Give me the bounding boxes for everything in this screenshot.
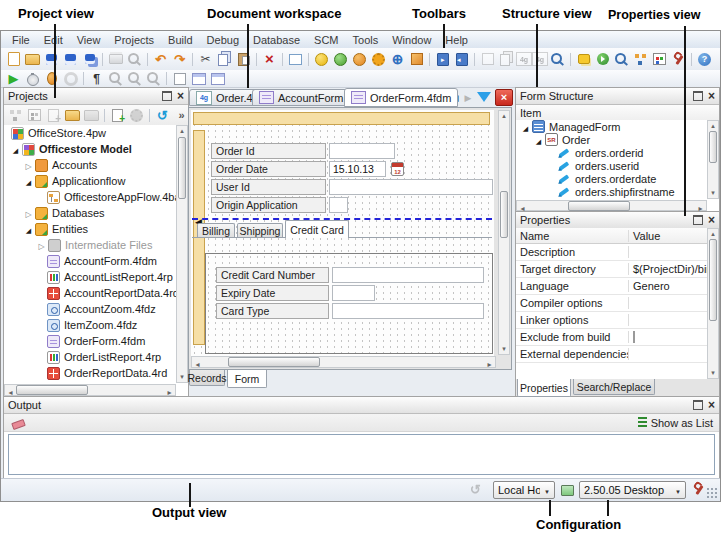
expander-icon[interactable] bbox=[23, 223, 34, 235]
menu-window[interactable]: Window bbox=[385, 32, 438, 48]
tree-item[interactable]: ManagedForm bbox=[516, 120, 707, 133]
find-usages-icon[interactable] bbox=[548, 51, 567, 67]
tree-item[interactable]: OrderForm.4fdm bbox=[4, 333, 176, 349]
build-all-icon[interactable] bbox=[350, 51, 369, 67]
tree-item[interactable]: AccountForm.4fdm bbox=[4, 253, 176, 269]
exclude-from-build-checkbox[interactable] bbox=[633, 331, 635, 343]
property-row[interactable]: Linker options bbox=[516, 312, 707, 329]
tree-item[interactable]: Intermediate Files bbox=[4, 237, 176, 253]
zoom-out-icon[interactable] bbox=[106, 71, 125, 87]
output-console[interactable] bbox=[8, 434, 715, 475]
card-type-input[interactable] bbox=[332, 303, 484, 319]
paste-icon[interactable] bbox=[234, 51, 253, 67]
tab-properties[interactable]: Properties bbox=[517, 379, 571, 397]
tree-item[interactable]: Order bbox=[516, 133, 707, 146]
save-all-icon[interactable] bbox=[80, 51, 99, 67]
back-icon[interactable] bbox=[478, 51, 497, 67]
print-preview-icon[interactable] bbox=[125, 51, 144, 67]
show-as-list-button[interactable]: Show as List bbox=[651, 417, 713, 429]
designer-vscrollbar[interactable] bbox=[498, 110, 510, 355]
page-tab-billing[interactable]: Billing bbox=[197, 223, 235, 238]
tree-item[interactable]: Databases bbox=[4, 205, 176, 221]
import-icon[interactable] bbox=[433, 51, 452, 67]
structure-vscrollbar[interactable] bbox=[707, 120, 719, 199]
tab-scroll-right-icon[interactable] bbox=[462, 90, 474, 106]
zoom-search-icon[interactable] bbox=[612, 51, 631, 67]
property-value[interactable]: $(ProjectDir)/bin bbox=[629, 263, 707, 275]
tree-item[interactable]: OrderListReport.4rp bbox=[4, 349, 176, 365]
menu-file[interactable]: File bbox=[5, 32, 37, 48]
document-icon[interactable] bbox=[25, 107, 44, 123]
expiry-date-input[interactable] bbox=[332, 285, 375, 301]
field-label[interactable]: Expiry Date bbox=[216, 285, 329, 301]
tree-item[interactable]: orders.orderdate bbox=[516, 172, 707, 185]
tab-records[interactable]: Records bbox=[189, 370, 225, 386]
zoom-in-icon[interactable] bbox=[144, 71, 163, 87]
form-header-band[interactable] bbox=[193, 112, 490, 125]
tree-item[interactable]: AccountReportData.4rd bbox=[4, 285, 176, 301]
page-tab-shipping[interactable]: Shipping bbox=[237, 223, 283, 238]
field-label[interactable]: Credit Card Number bbox=[216, 267, 329, 283]
open-folder-icon[interactable] bbox=[63, 107, 82, 123]
origin-application-input[interactable] bbox=[329, 197, 348, 213]
open-icon[interactable] bbox=[23, 51, 42, 67]
close-document-icon[interactable] bbox=[495, 89, 513, 106]
closed-folder-icon[interactable] bbox=[82, 107, 101, 123]
close-panel-icon[interactable] bbox=[708, 90, 715, 102]
column-value[interactable]: Value bbox=[629, 230, 707, 242]
tree-item[interactable]: AccountZoom.4fdz bbox=[4, 301, 176, 317]
form-canvas[interactable]: Order Id Order Date 15.10.13 User Id Ori… bbox=[191, 110, 494, 356]
credit-card-number-input[interactable] bbox=[332, 267, 484, 283]
credit-card-group[interactable]: Credit Card Number Expiry Date Card Type bbox=[205, 253, 493, 354]
menu-view[interactable]: View bbox=[70, 32, 108, 48]
expander-icon[interactable] bbox=[23, 207, 34, 219]
run-icon[interactable] bbox=[4, 71, 23, 87]
application-gear-icon[interactable] bbox=[369, 51, 388, 67]
menu-scm[interactable]: SCM bbox=[307, 32, 345, 48]
zoom-reset-icon[interactable] bbox=[125, 71, 144, 87]
org-chart-icon[interactable] bbox=[631, 51, 650, 67]
order-date-input[interactable]: 15.10.13 bbox=[329, 161, 386, 177]
redo-icon[interactable] bbox=[170, 51, 189, 67]
field-label[interactable]: User Id bbox=[211, 179, 326, 195]
property-row[interactable]: Target directory$(ProjectDir)/bin bbox=[516, 261, 707, 278]
help-icon[interactable] bbox=[695, 51, 714, 67]
tree-item[interactable]: Entities bbox=[4, 221, 176, 237]
field-label[interactable]: Origin Application bbox=[211, 197, 326, 213]
item-column-header[interactable]: Item bbox=[516, 105, 719, 121]
execute-icon[interactable] bbox=[593, 51, 612, 67]
menu-debug[interactable]: Debug bbox=[200, 32, 246, 48]
tab-form[interactable]: Form bbox=[227, 370, 267, 388]
cut-icon[interactable] bbox=[196, 51, 215, 67]
field-label[interactable]: Order Date bbox=[211, 161, 326, 177]
copy-icon[interactable] bbox=[215, 51, 234, 67]
host-selector-dropdown[interactable]: Local Host bbox=[493, 481, 555, 499]
tree-item[interactable]: ItemZoom.4fdz bbox=[4, 317, 176, 333]
profiler-icon[interactable] bbox=[23, 71, 42, 87]
designer-hscrollbar[interactable] bbox=[191, 356, 496, 368]
expander-icon[interactable] bbox=[533, 134, 544, 146]
user-id-input[interactable] bbox=[329, 179, 493, 195]
tab-orderform-4fdm[interactable]: OrderForm.4fdm bbox=[344, 88, 458, 107]
tab-list-dropdown-icon[interactable] bbox=[477, 92, 491, 102]
remove-icon[interactable] bbox=[44, 107, 63, 123]
projects-vscrollbar[interactable] bbox=[176, 125, 188, 383]
menu-projects[interactable]: Projects bbox=[107, 32, 161, 48]
report-options-icon[interactable] bbox=[650, 51, 669, 67]
tree-item[interactable]: OfficestoreAppFlow.4ba bbox=[4, 189, 176, 205]
goto-form-icon[interactable] bbox=[532, 52, 548, 66]
field-label[interactable]: Card Type bbox=[216, 303, 329, 319]
projects-hscrollbar[interactable] bbox=[4, 384, 176, 396]
order-id-input[interactable] bbox=[329, 143, 395, 159]
undo-icon[interactable] bbox=[151, 51, 170, 67]
package-icon[interactable] bbox=[407, 51, 426, 67]
tree-item[interactable]: orders.userid bbox=[516, 159, 707, 172]
tree-item[interactable]: Applicationflow bbox=[4, 173, 176, 189]
new-icon[interactable] bbox=[4, 51, 23, 67]
print-icon[interactable] bbox=[106, 51, 125, 67]
clear-output-icon[interactable] bbox=[10, 416, 26, 430]
tree-item[interactable]: OfficeStore.4pw bbox=[4, 125, 176, 141]
menu-build[interactable]: Build bbox=[161, 32, 199, 48]
compile-icon[interactable] bbox=[312, 51, 331, 67]
expander-icon[interactable] bbox=[23, 159, 34, 171]
